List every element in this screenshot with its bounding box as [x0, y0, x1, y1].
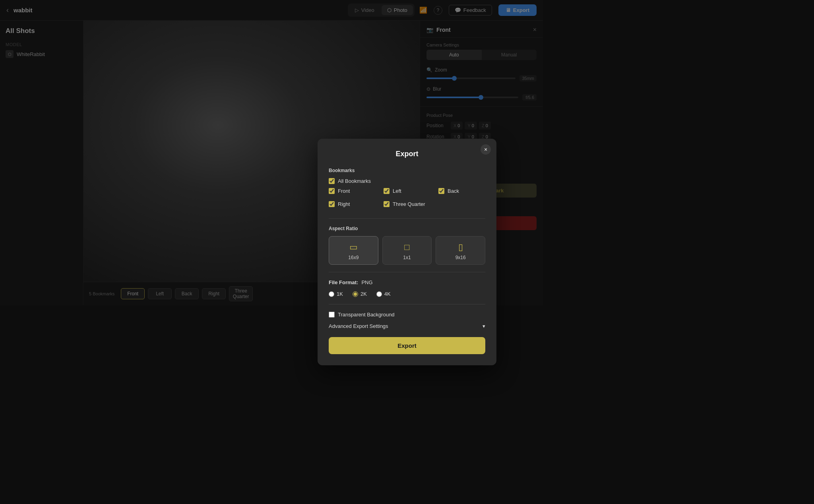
- bookmark-back-row: Back: [438, 188, 485, 194]
- resolution-1k-label: 1K: [337, 291, 343, 297]
- file-format-value: PNG: [361, 279, 372, 285]
- bookmark-three-quarter-check-label: Three Quarter: [393, 201, 425, 207]
- resolution-row: 1K 2K 4K: [329, 291, 485, 297]
- bookmark-front-check-label: Front: [338, 188, 350, 194]
- all-bookmarks-label: All Bookmarks: [338, 178, 371, 184]
- resolution-4k-label: 4K: [384, 291, 391, 297]
- aspect-16x9-label: 16x9: [348, 255, 359, 260]
- all-bookmarks-row: All Bookmarks: [329, 178, 485, 184]
- bookmark-right-check-label: Right: [338, 201, 350, 207]
- aspect-16x9-icon: ▭: [349, 242, 358, 252]
- bookmarks-grid: Front Left Back Right Three Quarter: [329, 188, 485, 211]
- resolution-4k-radio[interactable]: [376, 291, 382, 297]
- aspect-1x1-icon: □: [404, 242, 409, 252]
- aspect-1x1-label: 1x1: [403, 255, 411, 260]
- resolution-2k-label: 2K: [360, 291, 367, 297]
- bookmarks-section-label: Bookmarks: [329, 168, 485, 173]
- modal-close-button[interactable]: ×: [481, 144, 491, 155]
- modal-title: Export: [329, 150, 485, 158]
- bookmark-left-row: Left: [384, 188, 430, 194]
- aspect-9x16-icon: ▯: [458, 242, 463, 252]
- bookmark-front-checkbox[interactable]: [329, 188, 335, 194]
- resolution-4k[interactable]: 4K: [376, 291, 391, 297]
- resolution-1k-radio[interactable]: [329, 291, 334, 297]
- bookmark-right-row: Right: [329, 201, 376, 207]
- resolution-2k[interactable]: 2K: [353, 291, 367, 297]
- bookmark-front-row: Front: [329, 188, 376, 194]
- modal-overlay: × Export Bookmarks All Bookmarks Front L…: [0, 0, 543, 305]
- bookmark-right-checkbox[interactable]: [329, 201, 335, 207]
- export-modal: × Export Bookmarks All Bookmarks Front L…: [318, 139, 496, 305]
- bookmark-three-quarter-row: Three Quarter: [384, 201, 430, 207]
- aspect-9x16-label: 9x16: [455, 255, 466, 260]
- file-format-row: File Format: PNG: [329, 279, 485, 285]
- bookmark-left-check-label: Left: [393, 188, 401, 194]
- bookmark-back-check-label: Back: [448, 188, 459, 194]
- bookmark-back-checkbox[interactable]: [438, 188, 444, 194]
- resolution-1k[interactable]: 1K: [329, 291, 343, 297]
- file-format-label: File Format:: [329, 279, 358, 285]
- aspect-16x9-btn[interactable]: ▭ 16x9: [329, 236, 378, 265]
- all-bookmarks-checkbox[interactable]: [329, 178, 335, 184]
- aspect-options: ▭ 16x9 □ 1x1 ▯ 9x16: [329, 236, 485, 265]
- aspect-ratio-label: Aspect Ratio: [329, 226, 485, 231]
- bookmark-left-checkbox[interactable]: [384, 188, 390, 194]
- aspect-1x1-btn[interactable]: □ 1x1: [382, 236, 432, 265]
- resolution-2k-radio[interactable]: [353, 291, 358, 297]
- aspect-9x16-btn[interactable]: ▯ 9x16: [436, 236, 485, 265]
- bookmark-three-quarter-checkbox[interactable]: [384, 201, 390, 207]
